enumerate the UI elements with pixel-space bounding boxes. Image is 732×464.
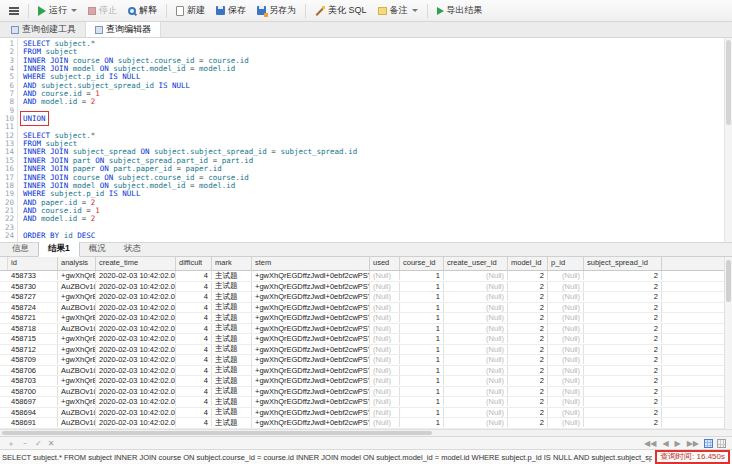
cell-create_time[interactable]: 2020-02-03 10:42:02.0000	[96, 271, 176, 280]
form-view-icon[interactable]	[717, 439, 726, 448]
cell-used[interactable]: (Null)	[370, 376, 400, 385]
cell-create_user_id[interactable]: (Null)	[444, 271, 508, 280]
cell-course_id[interactable]: 1	[400, 271, 444, 280]
cell-course_id[interactable]: 1	[400, 303, 444, 312]
tab-message[interactable]: 信息	[3, 242, 38, 256]
column-header-p_id[interactable]: p_id	[548, 257, 584, 270]
cell-stem[interactable]: +gwXhQrEGDffzJwdl+0ebf2cwPSYyDpml	[252, 334, 370, 343]
cell-difficult[interactable]: 4	[176, 355, 212, 364]
cell-difficult[interactable]: 4	[176, 292, 212, 301]
cell-course_id[interactable]: 1	[400, 387, 444, 396]
cell-analysis[interactable]: AuZBOv10L2	[58, 387, 96, 396]
code-line[interactable]: UNION	[23, 115, 732, 123]
cell-analysis[interactable]: AuZBOv10L2	[58, 408, 96, 417]
cell-id[interactable]: 458712	[8, 345, 58, 354]
cell-create_user_id[interactable]: (Null)	[444, 376, 508, 385]
cell-analysis[interactable]: AuZBOv10L2	[58, 303, 96, 312]
cell-course_id[interactable]: 1	[400, 366, 444, 375]
cell-course_id[interactable]: 1	[400, 355, 444, 364]
cell-analysis[interactable]: +gwXhQrEG	[58, 313, 96, 322]
cell-course_id[interactable]: 1	[400, 397, 444, 406]
cell-mark[interactable]: 主试题	[212, 376, 252, 386]
cell-create_user_id[interactable]: (Null)	[444, 397, 508, 406]
cell-stem[interactable]: +gwXhQrEGDffzJwdl+0ebf2cwPSYyDpml	[252, 313, 370, 322]
first-record-button[interactable]: ◀◀	[641, 438, 659, 449]
code-line[interactable]: AND course.id = 1	[23, 207, 732, 215]
cell-subject_spread_id[interactable]: 2	[584, 282, 662, 291]
cell-model_id[interactable]: 2	[508, 376, 548, 385]
cell-id[interactable]: 458733	[8, 271, 58, 280]
cell-create_user_id[interactable]: (Null)	[444, 303, 508, 312]
table-row[interactable]: 458703+gwXhQrEG2020-02-03 10:42:02.00004…	[0, 376, 732, 387]
run-button[interactable]: 运行	[33, 2, 82, 19]
cell-difficult[interactable]: 4	[176, 408, 212, 417]
cell-analysis[interactable]: +gwXhQrEG	[58, 345, 96, 354]
cell-p_id[interactable]: (Null)	[548, 397, 584, 406]
cell-course_id[interactable]: 1	[400, 282, 444, 291]
column-header-mark[interactable]: mark	[212, 257, 252, 270]
cell-stem[interactable]: +gwXhQrEGDffzJwdl+0ebf2cwPSYyDpml	[252, 324, 370, 333]
grid-horizontal-scrollbar[interactable]	[0, 429, 732, 436]
cell-mark[interactable]: 主试题	[212, 313, 252, 323]
cell-p_id[interactable]: (Null)	[548, 387, 584, 396]
cell-stem[interactable]: +gwXhQrEGDffzJwdl+0ebf2cwPSYyDpml	[252, 397, 370, 406]
discard-record-button[interactable]: ✕	[45, 438, 58, 449]
column-header-course_id[interactable]: course_id	[400, 257, 444, 270]
cell-p_id[interactable]: (Null)	[548, 366, 584, 375]
cell-difficult[interactable]: 4	[176, 397, 212, 406]
cell-mark[interactable]: 主试题	[212, 386, 252, 396]
table-row[interactable]: 458700AuZBOv10L22020-02-03 10:42:02.0000…	[0, 387, 732, 398]
cell-stem[interactable]: +gwXhQrEGDffzJwdl+0ebf2cwPSYyDpml	[252, 355, 370, 364]
cell-model_id[interactable]: 2	[508, 345, 548, 354]
cell-used[interactable]: (Null)	[370, 418, 400, 427]
apply-record-button[interactable]: ✓	[32, 438, 45, 449]
cell-analysis[interactable]: +gwXhQrEG	[58, 376, 96, 385]
tab-status[interactable]: 状态	[115, 242, 150, 256]
cell-create_time[interactable]: 2020-02-03 10:42:02.0000	[96, 408, 176, 417]
cell-difficult[interactable]: 4	[176, 303, 212, 312]
cell-model_id[interactable]: 2	[508, 324, 548, 333]
cell-p_id[interactable]: (Null)	[548, 282, 584, 291]
cell-subject_spread_id[interactable]: 2	[584, 387, 662, 396]
delete-record-button[interactable]: －	[18, 438, 32, 449]
cell-model_id[interactable]: 2	[508, 397, 548, 406]
table-row[interactable]: 458718AuZBOv10L22020-02-03 10:42:02.0000…	[0, 324, 732, 335]
code-line[interactable]: ORDER BY id DESC	[23, 232, 732, 240]
cell-subject_spread_id[interactable]: 2	[584, 355, 662, 364]
cell-mark[interactable]: 主试题	[212, 281, 252, 291]
comment-dropdown-icon[interactable]	[412, 9, 418, 12]
grid-view-icon[interactable]	[704, 439, 713, 448]
column-header-analysis[interactable]: analysis	[58, 257, 96, 270]
cell-analysis[interactable]: +gwXhQrEG	[58, 292, 96, 301]
cell-model_id[interactable]: 2	[508, 313, 548, 322]
cell-id[interactable]: 458727	[8, 292, 58, 301]
grid-vertical-scrollbar[interactable]	[724, 257, 732, 429]
cell-used[interactable]: (Null)	[370, 303, 400, 312]
cell-used[interactable]: (Null)	[370, 271, 400, 280]
column-header-used[interactable]: used	[370, 257, 400, 270]
cell-id[interactable]: 458718	[8, 324, 58, 333]
cell-mark[interactable]: 主试题	[212, 334, 252, 344]
cell-used[interactable]: (Null)	[370, 397, 400, 406]
cell-p_id[interactable]: (Null)	[548, 313, 584, 322]
cell-subject_spread_id[interactable]: 2	[584, 292, 662, 301]
cell-model_id[interactable]: 2	[508, 334, 548, 343]
cell-id[interactable]: 458691	[8, 418, 58, 427]
cell-subject_spread_id[interactable]: 2	[584, 345, 662, 354]
cell-id[interactable]: 458694	[8, 408, 58, 417]
cell-used[interactable]: (Null)	[370, 334, 400, 343]
cell-model_id[interactable]: 2	[508, 292, 548, 301]
cell-subject_spread_id[interactable]: 2	[584, 408, 662, 417]
cell-used[interactable]: (Null)	[370, 292, 400, 301]
cell-used[interactable]: (Null)	[370, 408, 400, 417]
cell-used[interactable]: (Null)	[370, 366, 400, 375]
tab-query-builder[interactable]: 查询创建工具	[2, 22, 86, 37]
table-row[interactable]: 458691AuZBOv10L22020-02-03 10:42:02.0000…	[0, 418, 732, 429]
cell-id[interactable]: 458730	[8, 282, 58, 291]
cell-analysis[interactable]: AuZBOv10L2	[58, 324, 96, 333]
cell-create_time[interactable]: 2020-02-03 10:42:02.0000	[96, 387, 176, 396]
save-as-button[interactable]: 另存为	[252, 2, 301, 19]
cell-analysis[interactable]: AuZBOv10L2	[58, 418, 96, 427]
cell-p_id[interactable]: (Null)	[548, 355, 584, 364]
cell-analysis[interactable]: +gwXhQrEG	[58, 334, 96, 343]
